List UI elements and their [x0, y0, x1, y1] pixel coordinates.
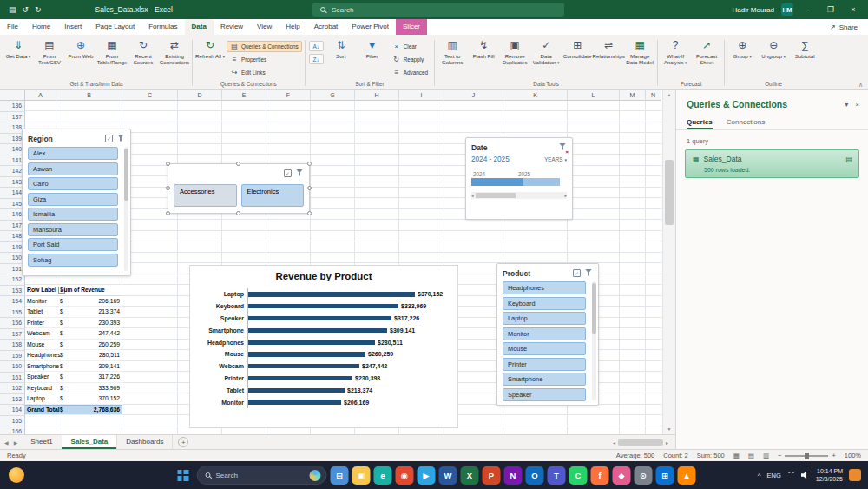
scrollbar-thumb[interactable]: [665, 160, 674, 225]
ribbon-button-queries-connections[interactable]: ▤Queries & Connections: [227, 41, 302, 52]
ribbon-button-ungroup[interactable]: ⊖Ungroup ▾: [759, 36, 788, 60]
ribbon-button-clear[interactable]: ×Clear: [389, 41, 431, 52]
task-view-icon[interactable]: ⊟: [331, 466, 349, 485]
slicer-item-electronics[interactable]: Electronics: [241, 184, 305, 207]
slicer-item-port-said[interactable]: Port Said: [28, 238, 118, 251]
row-header-163[interactable]: 163: [0, 394, 25, 406]
clear-filter-icon[interactable]: [584, 269, 593, 278]
ribbon-button-edit-links[interactable]: ↪Edit Links: [227, 67, 302, 78]
collapse-ribbon-icon[interactable]: ∧: [858, 82, 863, 487]
scroll-left-icon[interactable]: ◂: [471, 193, 474, 198]
product-slicer[interactable]: Product ✓ HeadphonesKeyboardLaptopMonito…: [496, 263, 599, 406]
powerpoint-icon[interactable]: P: [483, 466, 501, 485]
product-slicer-scrollbar[interactable]: [592, 281, 596, 400]
ribbon-tab-data[interactable]: Data: [185, 19, 214, 35]
chevron-down-icon[interactable]: ▾: [845, 101, 848, 109]
slicer-item-sohag[interactable]: Sohag: [28, 254, 118, 267]
ribbon-tab-review[interactable]: Review: [214, 19, 250, 35]
granularity-dropdown[interactable]: YEARS▾: [544, 156, 567, 162]
ribbon-button-data-validation[interactable]: ✓Data Validation ▾: [531, 36, 561, 66]
ribbon-button-remove-duplicates[interactable]: ▣Remove Duplicates: [500, 36, 529, 65]
close-button[interactable]: ×: [845, 5, 861, 14]
sheet-nav-left-icon[interactable]: ◀: [4, 439, 9, 446]
row-header-152[interactable]: 152: [0, 274, 25, 286]
row-header-153[interactable]: 153: [0, 286, 25, 297]
ribbon-button-from-web[interactable]: ⊕From Web: [66, 36, 95, 59]
multi-select-icon[interactable]: ✓: [573, 269, 581, 277]
edge-icon[interactable]: e: [374, 466, 392, 485]
scroll-right-icon[interactable]: ▸: [666, 439, 668, 446]
vlc-icon[interactable]: ▲: [678, 466, 696, 485]
outlook-icon[interactable]: O: [526, 466, 544, 485]
resize-handle[interactable]: [307, 186, 312, 190]
slicer-item-mansoura[interactable]: Mansoura: [28, 223, 118, 236]
ribbon-tab-file[interactable]: File: [0, 19, 25, 35]
ribbon-button-group[interactable]: ⊕Group ▾: [727, 36, 757, 60]
column-header-i[interactable]: I: [399, 90, 444, 101]
taskbar-search[interactable]: Search: [197, 466, 327, 485]
file-explorer-icon[interactable]: ▣: [352, 466, 371, 485]
clear-filter-icon[interactable]: [116, 135, 125, 143]
excel-icon[interactable]: X: [461, 466, 479, 485]
timeline-scrollbar[interactable]: ◂ ▸: [471, 192, 567, 199]
column-header-f[interactable]: F: [266, 90, 311, 101]
column-header-m[interactable]: M: [620, 90, 646, 101]
telegram-icon[interactable]: ▶: [418, 466, 436, 485]
sheet-tab-sales-data[interactable]: Sales_Data: [62, 435, 118, 449]
multi-select-icon[interactable]: ✓: [105, 135, 113, 142]
column-header-g[interactable]: G: [311, 90, 355, 101]
ribbon-button-relationships[interactable]: ⇌Relationships: [594, 36, 623, 59]
titlebar-search[interactable]: Search: [312, 3, 564, 17]
ribbon-button-flash-fill[interactable]: ↯Flash Fill: [469, 36, 498, 59]
maximize-button[interactable]: ❐: [823, 5, 838, 14]
ribbon-button-forecast-sheet[interactable]: ↗Forecast Sheet: [692, 36, 721, 65]
row-header-156[interactable]: 156: [0, 318, 25, 329]
query-item-sales-data[interactable]: ▦ Sales_Data ▤ 500 rows loaded.: [685, 149, 859, 178]
scroll-down-icon[interactable]: ▼: [663, 425, 675, 434]
slicer-item-smartphone[interactable]: Smartphone: [503, 373, 586, 386]
region-slicer-scrollbar[interactable]: [124, 147, 128, 271]
ribbon-tab-formulas[interactable]: Formulas: [141, 19, 184, 35]
resize-handle[interactable]: [236, 211, 240, 215]
ribbon-tab-page-layout[interactable]: Page Layout: [89, 19, 141, 35]
word-icon[interactable]: W: [439, 466, 457, 485]
ribbon-button-consolidate[interactable]: ⊞Consolidate: [562, 36, 592, 59]
ribbon-button-refresh-all[interactable]: ↻Refresh All ▾: [195, 36, 225, 60]
language-indicator[interactable]: ENG: [767, 472, 781, 479]
teams-icon[interactable]: T: [548, 466, 566, 485]
revenue-chart[interactable]: Revenue by Product Laptop$370,152Keyboar…: [189, 265, 458, 428]
slicer-item-alex[interactable]: Alex: [28, 147, 118, 160]
vertical-scrollbar[interactable]: ▲ ▼: [662, 90, 675, 434]
ribbon-tab-view[interactable]: View: [250, 19, 279, 35]
zoom-in-icon[interactable]: +: [832, 452, 835, 459]
slicer-item-keyboard[interactable]: Keyboard: [503, 297, 586, 310]
start-button[interactable]: [173, 465, 194, 486]
multi-select-icon[interactable]: ✓: [284, 169, 292, 177]
ribbon-button-text-to-columns[interactable]: ▥Text to Columns: [437, 36, 467, 65]
scroll-right-icon[interactable]: ▸: [564, 193, 567, 198]
sheet-tab-dashboards[interactable]: Dashboards: [117, 435, 173, 449]
volume-icon[interactable]: [801, 471, 810, 479]
wifi-icon[interactable]: [787, 472, 795, 479]
photos-icon[interactable]: ◆: [613, 466, 631, 485]
share-button[interactable]: ↗ Share: [830, 19, 868, 35]
ribbon-button-existing-connections[interactable]: ⇄Existing Connections: [160, 36, 189, 65]
sheet-tab-sheet1[interactable]: Sheet1: [22, 435, 62, 449]
category-slicer[interactable]: ✓ AccessoriesElectronics: [168, 163, 310, 214]
zoom-out-icon[interactable]: −: [778, 452, 781, 459]
clear-filter-icon[interactable]: ×: [558, 143, 567, 152]
slicer-item-cairo[interactable]: Cairo: [28, 177, 118, 190]
row-header-137[interactable]: 137: [0, 112, 25, 123]
resize-handle[interactable]: [307, 162, 312, 166]
select-all-corner[interactable]: [0, 90, 25, 101]
ribbon-button-manage-data-model[interactable]: ▦Manage Data Model: [625, 36, 654, 65]
slicer-item-giza[interactable]: Giza: [28, 193, 118, 206]
slicer-item-ismailia[interactable]: Ismailia: [28, 208, 118, 221]
sort-descending-button[interactable]: Z↓: [309, 54, 324, 64]
clock[interactable]: 10:14 PM 12/3/2025: [816, 467, 843, 483]
ribbon-tab-help[interactable]: Help: [279, 19, 306, 35]
row-header-157[interactable]: 157: [0, 329, 25, 340]
ribbon-button-get-data[interactable]: ⇓Get Data ▾: [3, 36, 33, 60]
onenote-icon[interactable]: N: [504, 466, 523, 485]
worksheet-area[interactable]: ABCDEFGHIJKLMN 1361371381391401411421431…: [0, 90, 662, 434]
